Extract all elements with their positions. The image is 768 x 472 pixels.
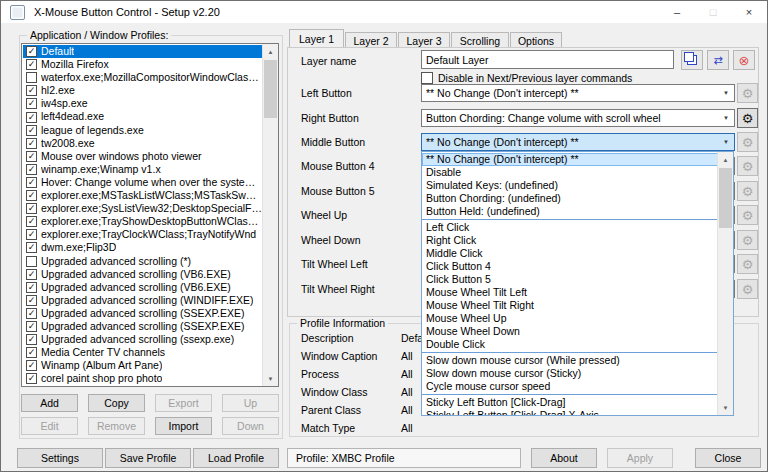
right-button-combobox[interactable]: Button Chording: Change volume with scro… — [421, 109, 735, 127]
dropdown-item[interactable]: Button Held: (undefined) — [422, 205, 718, 218]
profile-list-item[interactable]: ✓hl2.exe — [23, 84, 262, 97]
profiles-list[interactable]: ✓Default✓Mozilla Firefoxwaterfox.exe;Moz… — [21, 43, 279, 387]
dropdown-item[interactable]: Slow down mouse cursor (While pressed) — [422, 354, 718, 367]
dropdown-item[interactable]: Mouse Wheel Tilt Right — [422, 299, 718, 312]
left-button-settings-button[interactable]: ⚙ — [737, 83, 758, 103]
dropdown-item[interactable]: Simulated Keys: (undefined) — [422, 179, 718, 192]
profile-checkbox[interactable]: ✓ — [26, 125, 37, 136]
profile-list-item[interactable]: ✓explorer.exe;MSTaskListWClass;MSTaskSwW… — [23, 189, 262, 202]
profile-checkbox[interactable]: ✓ — [26, 308, 37, 319]
middle-button-dropdown[interactable]: ** No Change (Don't intercept) **Disable… — [421, 151, 734, 416]
disable-layer-checkbox[interactable] — [421, 72, 433, 84]
middle-button-settings-button[interactable]: ⚙ — [737, 132, 758, 152]
profile-list-item[interactable]: ✓tw2008.exe — [23, 137, 262, 150]
minimize-icon[interactable]: – — [659, 1, 695, 23]
profile-list-item[interactable]: ✓Mouse over windows photo viewer — [23, 150, 262, 163]
tilt-wheel-left-settings-button[interactable]: ⚙ — [737, 254, 758, 274]
add-button[interactable]: Add — [21, 394, 78, 412]
profile-checkbox[interactable]: ✓ — [26, 177, 37, 188]
dropdown-item[interactable]: Sticky Left Button [Click-Drag] — [422, 396, 718, 409]
apply-button[interactable]: Apply — [607, 448, 673, 468]
profile-list-item[interactable]: ✓Winamp (Album Art Pane) — [23, 359, 262, 372]
tab-options[interactable]: Options — [510, 32, 562, 48]
dropdown-item[interactable]: Slow down mouse cursor (Sticky) — [422, 367, 718, 380]
profile-list-item[interactable]: ✓corel paint shop pro photo — [23, 372, 262, 385]
dropdown-item[interactable]: Sticky Left Button [Click-Drag] X-Axis — [422, 409, 718, 416]
chevron-down-icon[interactable]: ▼ — [718, 139, 734, 145]
profiles-scrollbar[interactable]: ▲ ▼ — [262, 44, 278, 386]
profile-checkbox[interactable]: ✓ — [26, 98, 37, 109]
profile-list-item[interactable]: ✓winamp.exe;Winamp v1.x — [23, 163, 262, 176]
about-button[interactable]: About — [531, 448, 597, 468]
close-button[interactable]: Close — [695, 448, 761, 468]
down-button[interactable]: Down — [222, 417, 279, 435]
layer-name-input[interactable] — [421, 50, 674, 69]
chevron-down-icon[interactable]: ▼ — [718, 115, 734, 121]
maximize-icon[interactable]: □ — [695, 1, 731, 23]
tab-layer-1[interactable]: Layer 1 — [289, 29, 344, 48]
profile-checkbox[interactable]: ✓ — [26, 334, 37, 345]
dropdown-item[interactable]: Mouse Wheel Tilt Left — [422, 286, 718, 299]
profile-checkbox[interactable]: ✓ — [26, 112, 37, 123]
edit-button[interactable]: Edit — [21, 417, 78, 435]
dropdown-item[interactable]: Click Button 4 — [422, 260, 718, 273]
clear-layer-button[interactable]: ⊗ — [733, 50, 755, 70]
profile-checkbox[interactable] — [26, 256, 37, 267]
dropdown-item[interactable]: Mouse Wheel Down — [422, 325, 718, 338]
profile-list-item[interactable]: ✓Upgraded advanced scrolling (VB6.EXE) — [23, 281, 262, 294]
scroll-down-icon[interactable]: ▼ — [718, 400, 733, 415]
profile-checkbox[interactable] — [26, 72, 37, 83]
profile-list-item[interactable]: ✓iw4sp.exe — [23, 97, 262, 110]
chevron-down-icon[interactable]: ▼ — [718, 90, 734, 96]
dropdown-item[interactable]: Middle Click — [422, 247, 718, 260]
tab-layer-3[interactable]: Layer 3 — [398, 32, 450, 48]
load-profile-button[interactable]: Load Profile — [193, 448, 279, 468]
profile-list-item[interactable]: ✓league of legends.exe — [23, 124, 262, 137]
profile-list-item[interactable]: waterfox.exe;MozillaCompositorWindowClas… — [23, 71, 262, 84]
dropdown-scrollbar[interactable]: ▲ ▼ — [717, 152, 733, 415]
swap-layers-button[interactable]: ⇄ — [707, 50, 729, 70]
dropdown-item[interactable]: Cycle mouse cursor speed — [422, 380, 718, 393]
scroll-up-icon[interactable]: ▲ — [263, 44, 278, 59]
wheel-down-settings-button[interactable]: ⚙ — [737, 230, 758, 250]
profile-list-item[interactable]: ✓explorer.exe;TrayShowDesktopButtonWClas… — [23, 215, 262, 228]
profile-checkbox[interactable]: ✓ — [26, 321, 37, 332]
save-profile-button[interactable]: Save Profile — [105, 448, 191, 468]
profile-list-item[interactable]: ✓left4dead.exe — [23, 110, 262, 123]
dropdown-item[interactable]: Left Click — [422, 221, 718, 234]
profile-list-item[interactable]: ✓Hover: Change volume when over the syst… — [23, 176, 262, 189]
mouse-button-4-settings-button[interactable]: ⚙ — [737, 156, 758, 176]
export-button[interactable]: Export — [155, 394, 212, 412]
profile-checkbox[interactable]: ✓ — [26, 151, 37, 162]
dropdown-item[interactable]: ** No Change (Don't intercept) ** — [422, 153, 718, 166]
profile-list-item[interactable]: ✓Upgraded advanced scrolling (VB6.EXE) — [23, 268, 262, 281]
copy-layer-button[interactable] — [681, 50, 703, 70]
profile-checkbox[interactable]: ✓ — [26, 85, 37, 96]
profile-list-item[interactable]: ✓Upgraded advanced scrolling (SSEXP.EXE) — [23, 307, 262, 320]
profile-checkbox[interactable]: ✓ — [26, 216, 37, 227]
profile-checkbox[interactable]: ✓ — [26, 46, 37, 57]
scrollbar-thumb[interactable] — [264, 60, 277, 118]
left-button-combobox[interactable]: ** No Change (Don't intercept) **▼ — [421, 84, 735, 102]
remove-button[interactable]: Remove — [88, 417, 145, 435]
mouse-button-5-settings-button[interactable]: ⚙ — [737, 181, 758, 201]
up-button[interactable]: Up — [222, 394, 279, 412]
profile-checkbox[interactable]: ✓ — [26, 164, 37, 175]
profile-checkbox[interactable]: ✓ — [26, 59, 37, 70]
dropdown-item[interactable]: Mouse Wheel Up — [422, 312, 718, 325]
profile-list-item[interactable]: ✓Mozilla Firefox — [23, 58, 262, 71]
profile-list-item[interactable]: ✓Upgraded advanced scrolling (SSEXP.EXE) — [23, 320, 262, 333]
tab-scrolling[interactable]: Scrolling — [451, 32, 509, 48]
tilt-wheel-right-settings-button[interactable]: ⚙ — [737, 279, 758, 299]
profile-list-item[interactable]: ✓Default — [23, 45, 262, 58]
scroll-down-icon[interactable]: ▼ — [263, 371, 278, 386]
profile-checkbox[interactable]: ✓ — [26, 373, 37, 384]
tab-layer-2[interactable]: Layer 2 — [345, 32, 397, 48]
settings-button[interactable]: Settings — [17, 448, 103, 468]
profile-checkbox[interactable]: ✓ — [26, 295, 37, 306]
middle-button-combobox[interactable]: ** No Change (Don't intercept) **▼ — [421, 133, 735, 151]
dropdown-item[interactable]: Button Chording: (undefined) — [422, 192, 718, 205]
profile-checkbox[interactable]: ✓ — [26, 138, 37, 149]
scrollbar-thumb[interactable] — [719, 168, 732, 228]
profile-checkbox[interactable]: ✓ — [26, 242, 37, 253]
